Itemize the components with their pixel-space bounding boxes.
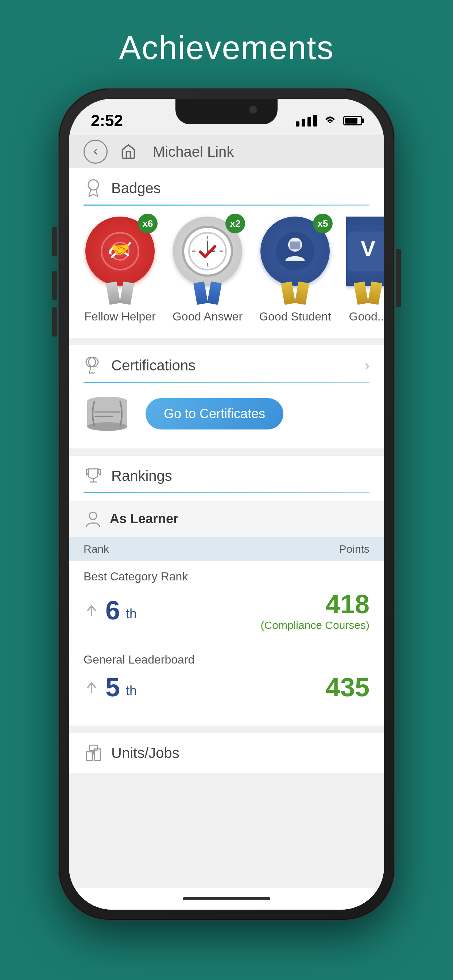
certifications-content: Go to Certificates [69,383,384,449]
svg-point-25 [89,512,97,520]
badge-name-good-answer: Good Answer [172,310,242,323]
front-camera [249,105,257,114]
go-to-certificates-button[interactable]: Go to Certificates [145,398,283,430]
phone-screen: 2:52 [69,99,384,910]
svg-text:V: V [361,237,375,261]
svg-rect-29 [89,745,97,750]
home-indicator [69,888,384,910]
badge-good-extra: V Good... [346,216,384,323]
rankings-content: As Learner Rank Points Best Category Ran… [69,493,384,725]
certifications-title: Certifications [111,357,196,374]
badge-good-answer: x2 Good Answer [171,216,244,323]
rankings-trophy-icon [83,466,103,485]
badge-count-good-answer: x2 [225,214,245,233]
badge-count-fellow-helper: x6 [138,214,158,233]
svg-rect-13 [290,242,301,250]
rankings-header: Rankings [69,456,384,492]
badge-good-student: x5 Good Student [258,216,332,323]
units-jobs-title: Units/Jobs [111,745,179,761]
badge-name-good-extra: Good... [349,310,384,323]
svg-point-0 [88,180,99,190]
units-jobs-icon [83,743,103,763]
home-button[interactable] [118,142,138,162]
page-title: Achievements [119,29,334,67]
nav-bar: Michael Link [69,135,384,168]
badges-list[interactable]: 🤝 x6 Fe [69,205,384,338]
arrow-up-icon-general [83,679,100,695]
status-time: 2:52 [91,111,123,130]
wifi-icon [323,115,337,126]
units-jobs-section: Units/Jobs [69,733,384,773]
svg-rect-26 [86,752,92,760]
rank-left-best: 6 th [83,595,137,625]
best-category-rank-suffix: th [126,606,137,622]
arrow-up-icon-best [83,602,100,618]
certificate-scroll-icon [83,394,131,434]
badges-header: Badges [69,168,384,205]
best-category-subtitle: (Compliance Courses) [261,619,370,632]
learner-icon [83,509,102,528]
signal-icon [296,115,317,127]
rankings-title: Rankings [111,468,172,484]
best-category-rank-row: 6 th 418 (Compliance Courses) [83,589,370,632]
svg-point-17 [86,357,96,367]
as-learner-header: As Learner [69,501,384,537]
rank-column-label: Rank [83,543,109,555]
badges-icon [83,178,103,198]
badge-circle-blue2: V [346,216,384,286]
certifications-chevron-icon[interactable]: › [365,357,370,374]
general-rank-number: 5 [105,672,120,702]
general-rank-suffix: th [126,683,137,698]
general-leaderboard-rank-row: 5 th 435 [83,672,370,702]
badge-count-good-student: x5 [313,214,333,233]
badge-fellow-helper: 🤝 x6 Fe [83,216,156,323]
general-leaderboard-points: 435 [326,672,370,702]
points-column-label: Points [339,543,370,555]
cert-left: Certifications [83,355,196,375]
clock-face [182,226,233,277]
notch [175,99,278,124]
rank-points-header: Rank Points [69,537,384,561]
general-leaderboard-section: General Leaderboard 5 th 435 [69,644,384,714]
best-category-label: Best Category Rank [83,570,370,583]
status-icons [296,115,362,127]
home-bar [183,897,270,900]
back-button[interactable] [83,140,108,164]
general-leaderboard-label: General Leaderboard [83,653,370,667]
badges-section: Badges [69,168,384,338]
certifications-section: Certifications › [69,345,384,449]
content-area[interactable]: Badges [69,168,384,888]
badge-name-fellow-helper: Fellow Helper [84,310,156,323]
best-category-rank-section: Best Category Rank 6 th 418 [69,561,384,644]
battery-icon [343,116,362,126]
rank-left-general: 5 th [83,672,137,702]
badge-name-good-student: Good Student [259,310,331,323]
best-category-points: 418 [326,589,370,619]
nav-user-name: Michael Link [153,144,234,160]
rank-points-right-best: 418 (Compliance Courses) [261,589,370,632]
best-category-rank-number: 6 [105,595,120,625]
phone-frame: 2:52 [59,89,394,920]
certifications-header[interactable]: Certifications › [69,345,384,382]
svg-point-16 [89,357,98,367]
certifications-icon [83,355,103,375]
rankings-section: Rankings As Learner Rank [69,456,384,725]
badges-title: Badges [111,180,161,197]
svg-text:🤝: 🤝 [111,241,129,258]
as-learner-title: As Learner [110,511,179,527]
units-jobs-header: Units/Jobs [69,733,384,773]
